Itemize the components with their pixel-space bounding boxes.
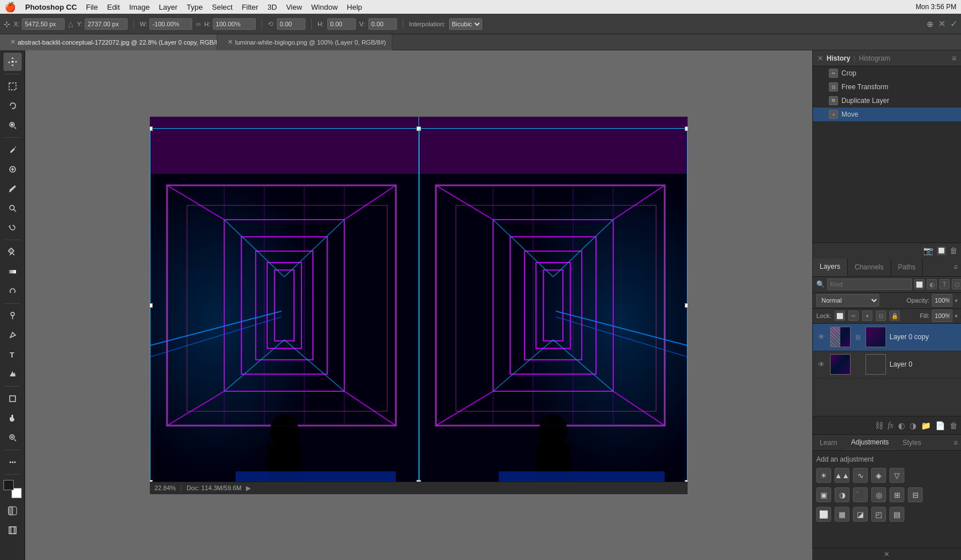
close-history-btn[interactable]: ✕ [817, 54, 823, 62]
path-selection-tool[interactable] [3, 365, 22, 383]
gradient-tool[interactable] [3, 263, 22, 281]
layer-item-layer0copy[interactable]: 👁 ⛓ Layer 0 copy [813, 324, 961, 351]
adj-vibrance-btn[interactable]: ▽ [889, 468, 904, 483]
filter-adjustment-btn[interactable]: ◐ [927, 279, 937, 289]
clone-tool[interactable] [3, 199, 22, 217]
extras-tool[interactable] [3, 453, 22, 471]
zoom-tool[interactable] [3, 428, 22, 447]
quick-select-tool[interactable] [3, 116, 22, 134]
w-input[interactable] [149, 18, 192, 30]
history-item-move[interactable]: ⊹ Move [813, 108, 961, 121]
filter-pixel-btn[interactable]: ⬜ [914, 279, 924, 289]
menu-layer[interactable]: Layer [159, 3, 178, 11]
eyedropper-tool[interactable] [3, 141, 22, 159]
lock-transparent-btn[interactable]: ⬜ [835, 311, 845, 321]
adj-gradientmap-btn[interactable]: ▤ [889, 507, 904, 522]
adj-channelmixer-btn[interactable]: ⊞ [889, 487, 904, 502]
history-tab[interactable]: History [827, 54, 850, 62]
tab-1[interactable]: ✕ abstract-backlit-conceptual-1722072.jp… [0, 34, 217, 50]
fill-input[interactable] [932, 309, 952, 322]
info-arrow[interactable]: ▶ [246, 484, 251, 492]
fill-dropdown-arrow[interactable]: ▾ [955, 313, 958, 319]
h-input[interactable] [213, 18, 256, 30]
adj-curves-btn[interactable]: ∿ [853, 468, 868, 483]
adj-exposure-btn[interactable]: ◈ [871, 468, 886, 483]
warp-icon[interactable]: ⊕ [927, 19, 934, 29]
v-skew-input[interactable] [368, 18, 397, 30]
lock-position-btn[interactable]: ✦ [862, 311, 872, 321]
delete-state-btn[interactable]: 🗑 [950, 246, 958, 255]
opacity-dropdown-arrow[interactable]: ▾ [955, 297, 958, 304]
menu-filter[interactable]: Filter [242, 3, 259, 11]
menu-help[interactable]: Help [347, 3, 362, 11]
menu-edit[interactable]: Edit [107, 3, 120, 11]
delete-layer-btn[interactable]: 🗑 [950, 421, 958, 430]
adj-bw-btn[interactable]: ⬛ [853, 487, 868, 502]
tab-adjustments[interactable]: Adjustments [844, 435, 896, 450]
history-item-freetransform[interactable]: ⊡ Free Transform [813, 80, 961, 94]
eraser-tool[interactable] [3, 243, 22, 261]
history-item-duplicatelayer[interactable]: ⧉ Duplicate Layer [813, 94, 961, 108]
opacity-input[interactable] [932, 294, 952, 307]
layers-panel-menu[interactable]: ≡ [950, 259, 961, 276]
menu-view[interactable]: View [286, 3, 302, 11]
tab-learn[interactable]: Learn [813, 435, 844, 450]
hand-tool[interactable] [3, 409, 22, 427]
layer-item-layer0[interactable]: 👁 Layer 0 [813, 351, 961, 379]
tab-channels[interactable]: Channels [848, 259, 891, 276]
quick-mask-btn[interactable] [3, 502, 22, 520]
brush-tool[interactable] [3, 180, 22, 198]
tab-styles[interactable]: Styles [896, 435, 928, 450]
confirm-transform-btn[interactable]: ✓ [950, 18, 958, 29]
new-snapshot-btn[interactable]: 🔲 [936, 246, 946, 255]
history-item-crop[interactable]: ✂ Crop [813, 66, 961, 80]
dodge-tool[interactable] [3, 307, 22, 325]
screen-mode-btn[interactable] [3, 521, 22, 539]
new-layer-btn[interactable]: 📄 [935, 421, 945, 430]
tab-layers[interactable]: Layers [813, 259, 848, 276]
tab-2[interactable]: ✕ luminar-white-biglogo.png @ 100% (Laye… [217, 34, 392, 50]
canvas-image[interactable] [150, 117, 688, 494]
close-adjustments-btn[interactable]: ✕ [884, 550, 889, 558]
panel-menu-btn[interactable]: ≡ [952, 54, 956, 63]
lasso-tool[interactable] [3, 97, 22, 115]
tab-1-close[interactable]: ✕ [10, 38, 15, 46]
rotate-input[interactable] [277, 18, 305, 30]
menu-3d[interactable]: 3D [268, 3, 277, 11]
snapshot-camera-btn[interactable]: 📷 [923, 246, 933, 255]
menu-window[interactable]: Window [311, 3, 337, 11]
adj-invert-btn[interactable]: ⬜ [816, 507, 831, 522]
link-layers-btn[interactable]: ⛓ [875, 421, 883, 430]
fx-btn[interactable]: fx [888, 421, 894, 430]
move-tool[interactable] [3, 53, 22, 71]
menu-file[interactable]: File [86, 3, 98, 11]
adj-selectivecolor-btn[interactable]: ◰ [871, 507, 886, 522]
blur-tool[interactable] [3, 282, 22, 300]
menu-select[interactable]: Select [212, 3, 232, 11]
tab-paths[interactable]: Paths [891, 259, 923, 276]
adj-photofilter-btn[interactable]: ◎ [871, 487, 886, 502]
adj-brightness-btn[interactable]: ☀ [816, 468, 831, 483]
adj-levels-btn[interactable]: ▲▲ [835, 468, 849, 483]
lock-artboard-btn[interactable]: ⊡ [876, 311, 886, 321]
filter-text-btn[interactable]: T [939, 279, 950, 289]
apple-menu[interactable]: 🍎 [5, 2, 16, 13]
menu-image[interactable]: Image [129, 3, 150, 11]
layer-visibility-layer0copy[interactable]: 👁 [816, 333, 827, 341]
filter-shape-btn[interactable]: ⬡ [952, 279, 961, 289]
histogram-tab[interactable]: Histogram [859, 54, 890, 62]
shape-tool[interactable] [3, 390, 22, 408]
text-tool[interactable]: T [3, 345, 22, 364]
lock-pixels-btn[interactable]: ✏ [848, 311, 859, 321]
tab-2-close[interactable]: ✕ [228, 38, 233, 46]
interpolation-select[interactable]: Bicubic [449, 18, 482, 30]
adj-threshold-btn[interactable]: ◪ [853, 507, 868, 522]
layer-search-input[interactable] [827, 279, 912, 290]
color-picker[interactable] [3, 480, 22, 498]
marquee-tool[interactable] [3, 77, 22, 96]
adj-colorlookup-btn[interactable]: ⊟ [908, 487, 923, 502]
x-input[interactable] [22, 18, 65, 30]
y-input[interactable] [85, 18, 128, 30]
history-brush-tool[interactable] [3, 219, 22, 237]
h-skew-input[interactable] [327, 18, 356, 30]
